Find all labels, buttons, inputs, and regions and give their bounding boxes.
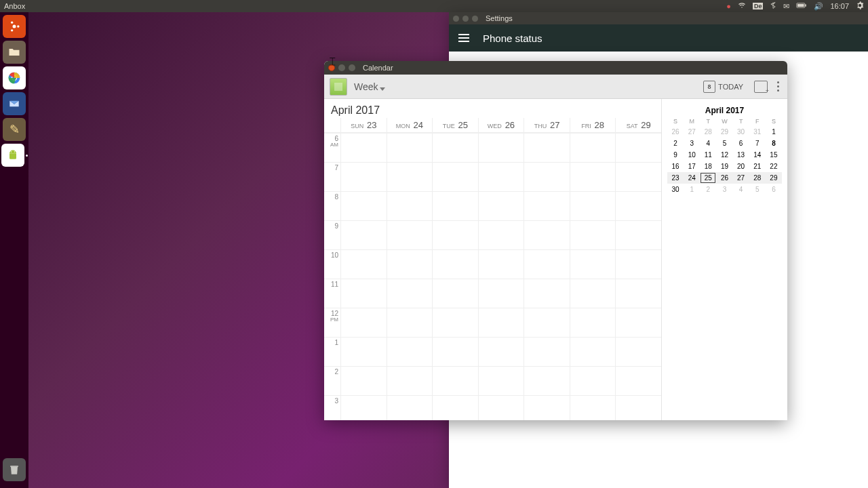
week-cell[interactable] [570, 220, 616, 249]
mini-calendar-day[interactable]: 2 [700, 184, 716, 195]
week-cell[interactable] [570, 337, 616, 366]
calendar-app-icon[interactable] [330, 78, 347, 96]
week-cell[interactable] [570, 133, 616, 162]
week-cell[interactable] [432, 162, 478, 191]
new-event-button[interactable] [754, 81, 768, 93]
week-cell[interactable] [432, 337, 478, 366]
week-cell[interactable] [387, 395, 433, 420]
mini-calendar-day[interactable]: 11 [700, 149, 716, 161]
week-cell[interactable] [432, 249, 478, 279]
mini-calendar-day[interactable]: 1 [684, 184, 700, 195]
week-cell[interactable] [478, 220, 524, 249]
week-cell[interactable] [478, 366, 524, 395]
week-cell[interactable] [524, 220, 570, 249]
launcher-chrome-icon[interactable] [3, 66, 26, 89]
week-cell[interactable] [340, 249, 387, 279]
mini-calendar-day[interactable]: 21 [749, 161, 766, 172]
week-day-column-header[interactable]: MON 24 [387, 118, 433, 132]
week-cell[interactable] [478, 395, 524, 420]
week-cell[interactable] [387, 133, 433, 162]
week-cell[interactable] [615, 249, 661, 279]
messages-icon[interactable]: ✉ [783, 2, 789, 11]
week-cell[interactable] [570, 366, 616, 395]
minimize-icon[interactable] [338, 64, 345, 71]
week-cell[interactable] [615, 366, 661, 395]
mini-calendar-day[interactable]: 5 [716, 138, 732, 149]
mini-calendar-day[interactable]: 2 [667, 138, 684, 149]
week-cell[interactable] [570, 279, 616, 308]
week-cell[interactable] [524, 395, 570, 420]
overflow-menu-icon[interactable] [774, 79, 782, 94]
launcher-gimp-icon[interactable]: ✎ [3, 118, 26, 141]
week-cell[interactable] [432, 395, 478, 420]
mini-calendar-day[interactable]: 29 [766, 172, 782, 184]
mini-calendar-day[interactable]: 17 [684, 161, 700, 172]
week-cell[interactable] [478, 249, 524, 279]
week-cell[interactable] [387, 279, 433, 308]
mini-calendar-day[interactable]: 27 [684, 126, 700, 138]
mini-calendar-day[interactable]: 26 [667, 126, 684, 138]
week-cell[interactable] [340, 337, 387, 366]
mini-calendar-day[interactable]: 31 [749, 126, 766, 138]
mini-calendar-day[interactable]: 29 [716, 126, 732, 138]
week-cell[interactable] [432, 366, 478, 395]
week-cell[interactable] [387, 220, 433, 249]
mini-calendar-day[interactable]: 3 [684, 138, 700, 149]
mini-calendar-day[interactable]: 18 [700, 161, 716, 172]
week-cell[interactable] [387, 337, 433, 366]
week-day-column-header[interactable]: SAT 29 [615, 118, 661, 132]
hamburger-icon[interactable] [458, 34, 469, 42]
week-cell[interactable] [478, 279, 524, 308]
mini-calendar-day[interactable]: 6 [733, 138, 749, 149]
mini-calendar-day[interactable]: 28 [700, 126, 716, 138]
volume-icon[interactable]: 🔊 [814, 2, 823, 11]
mini-calendar-day[interactable]: 14 [749, 149, 766, 161]
week-cell[interactable] [340, 133, 387, 162]
week-cell[interactable] [387, 249, 433, 279]
mini-calendar-day[interactable]: 25 [700, 172, 716, 184]
mini-calendar-day[interactable]: 12 [716, 149, 732, 161]
mini-calendar-day[interactable]: 30 [667, 184, 684, 195]
view-picker[interactable]: Week [354, 81, 385, 92]
week-cell[interactable] [524, 279, 570, 308]
week-cell[interactable] [432, 308, 478, 337]
week-cell[interactable] [615, 279, 661, 308]
mini-calendar-day[interactable]: 16 [667, 161, 684, 172]
mini-calendar-day[interactable]: 27 [733, 172, 749, 184]
week-cell[interactable] [615, 162, 661, 191]
maximize-icon[interactable] [349, 64, 355, 71]
week-day-column-header[interactable]: SUN 23 [340, 118, 387, 132]
week-cell[interactable] [524, 308, 570, 337]
week-cell[interactable] [432, 133, 478, 162]
week-cell[interactable] [387, 162, 433, 191]
week-cell[interactable] [524, 249, 570, 279]
mini-calendar-day[interactable]: 6 [766, 184, 782, 195]
week-cell[interactable] [340, 308, 387, 337]
week-cell[interactable] [432, 220, 478, 249]
bluetooth-icon[interactable] [770, 2, 776, 10]
mini-calendar-day[interactable]: 26 [716, 172, 732, 184]
mini-calendar-day[interactable]: 10 [684, 149, 700, 161]
mini-calendar-day[interactable]: 30 [733, 126, 749, 138]
mini-calendar-day[interactable]: 15 [766, 149, 782, 161]
week-cell[interactable] [570, 249, 616, 279]
week-cell[interactable] [524, 337, 570, 366]
week-cell[interactable] [340, 220, 387, 249]
launcher-dash-icon[interactable] [3, 15, 26, 38]
week-cell[interactable] [524, 366, 570, 395]
clock[interactable]: 16:07 [830, 2, 849, 10]
mini-calendar-day[interactable]: 1 [766, 126, 782, 138]
week-day-column-header[interactable]: THU 27 [524, 118, 570, 132]
week-day-column-header[interactable]: FRI 28 [570, 118, 616, 132]
week-cell[interactable] [570, 308, 616, 337]
launcher-files-icon[interactable] [3, 41, 26, 64]
week-cell[interactable] [570, 162, 616, 191]
week-cell[interactable] [478, 191, 524, 220]
week-cell[interactable] [524, 191, 570, 220]
mini-calendar-day[interactable]: 22 [766, 161, 782, 172]
mini-calendar-day[interactable]: 24 [684, 172, 700, 184]
week-cell[interactable] [387, 308, 433, 337]
week-cell[interactable] [524, 133, 570, 162]
mini-calendar-day[interactable]: 5 [749, 184, 766, 195]
mini-calendar-day[interactable]: 8 [766, 138, 782, 149]
